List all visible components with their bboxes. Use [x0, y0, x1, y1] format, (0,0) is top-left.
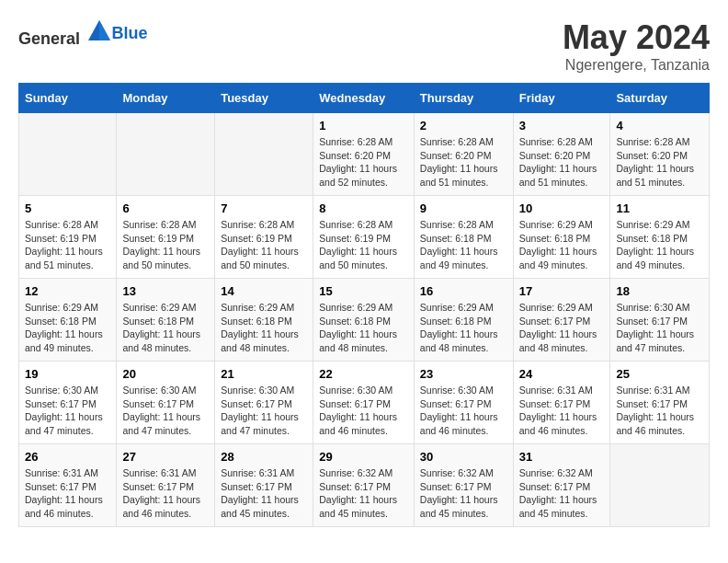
day-number: 17	[519, 284, 605, 298]
calendar-cell: 25Sunrise: 6:31 AM Sunset: 6:17 PM Dayli…	[610, 362, 710, 444]
calendar-cell: 11Sunrise: 6:29 AM Sunset: 6:18 PM Dayli…	[610, 196, 710, 279]
day-info: Sunrise: 6:31 AM Sunset: 6:17 PM Dayligh…	[25, 466, 110, 521]
calendar-cell: 26Sunrise: 6:31 AM Sunset: 6:17 PM Dayli…	[19, 444, 117, 527]
day-number: 7	[221, 201, 307, 215]
page-header: General Blue May 2024 Ngerengere, Tanzan…	[18, 18, 710, 74]
day-info: Sunrise: 6:30 AM Sunset: 6:17 PM Dayligh…	[420, 384, 507, 438]
day-info: Sunrise: 6:29 AM Sunset: 6:18 PM Dayligh…	[25, 301, 110, 355]
calendar-cell: 27Sunrise: 6:31 AM Sunset: 6:17 PM Dayli…	[117, 444, 215, 527]
header-cell-saturday: Saturday	[610, 84, 710, 113]
calendar-cell: 4Sunrise: 6:28 AM Sunset: 6:20 PM Daylig…	[610, 113, 710, 196]
day-info: Sunrise: 6:28 AM Sunset: 6:20 PM Dayligh…	[616, 135, 703, 190]
day-number: 2	[420, 119, 507, 132]
calendar-cell: 14Sunrise: 6:29 AM Sunset: 6:18 PM Dayli…	[215, 279, 313, 362]
calendar-cell: 15Sunrise: 6:29 AM Sunset: 6:18 PM Dayli…	[313, 279, 415, 362]
day-info: Sunrise: 6:29 AM Sunset: 6:18 PM Dayligh…	[122, 301, 209, 355]
day-number: 8	[319, 201, 408, 215]
day-info: Sunrise: 6:29 AM Sunset: 6:18 PM Dayligh…	[420, 301, 507, 355]
day-number: 13	[122, 284, 209, 298]
calendar-cell: 9Sunrise: 6:28 AM Sunset: 6:18 PM Daylig…	[414, 196, 513, 279]
day-number: 9	[420, 201, 507, 215]
day-info: Sunrise: 6:30 AM Sunset: 6:17 PM Dayligh…	[25, 384, 110, 438]
sub-title: Ngerengere, Tanzania	[563, 57, 710, 74]
header-cell-friday: Friday	[513, 84, 610, 113]
day-number: 18	[616, 284, 703, 298]
calendar-cell: 17Sunrise: 6:29 AM Sunset: 6:17 PM Dayli…	[513, 279, 610, 362]
day-number: 31	[519, 450, 605, 464]
day-info: Sunrise: 6:31 AM Sunset: 6:17 PM Dayligh…	[221, 466, 307, 521]
day-info: Sunrise: 6:29 AM Sunset: 6:18 PM Dayligh…	[319, 301, 408, 355]
week-row-4: 19Sunrise: 6:30 AM Sunset: 6:17 PM Dayli…	[19, 362, 710, 444]
day-info: Sunrise: 6:30 AM Sunset: 6:17 PM Dayligh…	[122, 384, 209, 438]
calendar-cell: 19Sunrise: 6:30 AM Sunset: 6:17 PM Dayli…	[19, 362, 117, 444]
header-cell-tuesday: Tuesday	[215, 84, 313, 113]
day-info: Sunrise: 6:32 AM Sunset: 6:17 PM Dayligh…	[420, 466, 507, 521]
day-info: Sunrise: 6:31 AM Sunset: 6:17 PM Dayligh…	[519, 384, 605, 438]
calendar-cell: 23Sunrise: 6:30 AM Sunset: 6:17 PM Dayli…	[414, 362, 513, 444]
day-number: 6	[122, 201, 209, 215]
calendar-cell	[215, 113, 313, 196]
calendar-cell: 7Sunrise: 6:28 AM Sunset: 6:19 PM Daylig…	[215, 196, 313, 279]
logo-blue-text: Blue	[112, 24, 148, 42]
day-number: 11	[616, 201, 703, 215]
day-info: Sunrise: 6:31 AM Sunset: 6:17 PM Dayligh…	[616, 384, 703, 438]
calendar-cell: 29Sunrise: 6:32 AM Sunset: 6:17 PM Dayli…	[313, 444, 415, 527]
week-row-5: 26Sunrise: 6:31 AM Sunset: 6:17 PM Dayli…	[19, 444, 710, 527]
calendar-cell: 30Sunrise: 6:32 AM Sunset: 6:17 PM Dayli…	[414, 444, 513, 527]
calendar-cell: 28Sunrise: 6:31 AM Sunset: 6:17 PM Dayli…	[215, 444, 313, 527]
day-number: 1	[319, 119, 408, 132]
day-number: 27	[122, 450, 209, 464]
day-number: 19	[25, 367, 110, 381]
day-info: Sunrise: 6:31 AM Sunset: 6:17 PM Dayligh…	[122, 466, 209, 521]
svg-marker-1	[99, 20, 110, 40]
day-info: Sunrise: 6:28 AM Sunset: 6:19 PM Dayligh…	[122, 218, 209, 272]
day-number: 29	[319, 450, 408, 464]
calendar-cell: 22Sunrise: 6:30 AM Sunset: 6:17 PM Dayli…	[313, 362, 415, 444]
calendar-cell	[19, 113, 117, 196]
day-number: 21	[221, 367, 307, 381]
calendar-cell: 12Sunrise: 6:29 AM Sunset: 6:18 PM Dayli…	[19, 279, 117, 362]
calendar-cell: 6Sunrise: 6:28 AM Sunset: 6:19 PM Daylig…	[117, 196, 215, 279]
day-number: 24	[519, 367, 605, 381]
week-row-1: 1Sunrise: 6:28 AM Sunset: 6:20 PM Daylig…	[19, 113, 710, 196]
calendar-cell: 18Sunrise: 6:30 AM Sunset: 6:17 PM Dayli…	[610, 279, 710, 362]
header-cell-wednesday: Wednesday	[313, 84, 415, 113]
day-number: 16	[420, 284, 507, 298]
header-cell-sunday: Sunday	[19, 84, 117, 113]
day-info: Sunrise: 6:28 AM Sunset: 6:20 PM Dayligh…	[420, 135, 507, 190]
calendar-table: SundayMondayTuesdayWednesdayThursdayFrid…	[18, 83, 710, 527]
day-number: 20	[122, 367, 209, 381]
day-number: 26	[25, 450, 110, 464]
day-info: Sunrise: 6:28 AM Sunset: 6:20 PM Dayligh…	[519, 135, 605, 190]
day-info: Sunrise: 6:28 AM Sunset: 6:19 PM Dayligh…	[25, 218, 110, 272]
day-number: 10	[519, 201, 605, 215]
day-number: 22	[319, 367, 408, 381]
title-section: May 2024 Ngerengere, Tanzania	[563, 18, 710, 74]
day-info: Sunrise: 6:29 AM Sunset: 6:18 PM Dayligh…	[221, 301, 307, 355]
day-info: Sunrise: 6:29 AM Sunset: 6:18 PM Dayligh…	[616, 218, 703, 272]
calendar-cell	[117, 113, 215, 196]
day-info: Sunrise: 6:30 AM Sunset: 6:17 PM Dayligh…	[221, 384, 307, 438]
calendar-cell: 31Sunrise: 6:32 AM Sunset: 6:17 PM Dayli…	[513, 444, 610, 527]
day-number: 30	[420, 450, 507, 464]
calendar-cell	[610, 444, 710, 527]
day-number: 15	[319, 284, 408, 298]
header-cell-thursday: Thursday	[414, 84, 513, 113]
calendar-cell: 24Sunrise: 6:31 AM Sunset: 6:17 PM Dayli…	[513, 362, 610, 444]
calendar-cell: 5Sunrise: 6:28 AM Sunset: 6:19 PM Daylig…	[19, 196, 117, 279]
day-number: 12	[25, 284, 110, 298]
week-row-3: 12Sunrise: 6:29 AM Sunset: 6:18 PM Dayli…	[19, 279, 710, 362]
week-row-2: 5Sunrise: 6:28 AM Sunset: 6:19 PM Daylig…	[19, 196, 710, 279]
calendar-cell: 13Sunrise: 6:29 AM Sunset: 6:18 PM Dayli…	[117, 279, 215, 362]
logo-icon	[86, 18, 112, 44]
main-title: May 2024	[563, 18, 710, 57]
calendar-cell: 2Sunrise: 6:28 AM Sunset: 6:20 PM Daylig…	[414, 113, 513, 196]
day-info: Sunrise: 6:30 AM Sunset: 6:17 PM Dayligh…	[616, 301, 703, 355]
day-info: Sunrise: 6:32 AM Sunset: 6:17 PM Dayligh…	[319, 466, 408, 521]
day-info: Sunrise: 6:28 AM Sunset: 6:19 PM Dayligh…	[319, 218, 408, 272]
day-number: 14	[221, 284, 307, 298]
calendar-cell: 16Sunrise: 6:29 AM Sunset: 6:18 PM Dayli…	[414, 279, 513, 362]
day-info: Sunrise: 6:29 AM Sunset: 6:17 PM Dayligh…	[519, 301, 605, 355]
calendar-cell: 1Sunrise: 6:28 AM Sunset: 6:20 PM Daylig…	[313, 113, 415, 196]
calendar-cell: 21Sunrise: 6:30 AM Sunset: 6:17 PM Dayli…	[215, 362, 313, 444]
